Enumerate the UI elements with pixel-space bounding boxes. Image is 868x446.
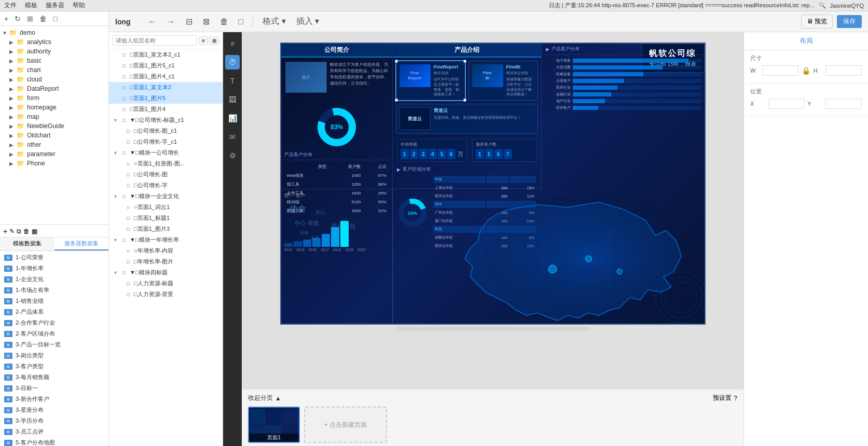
layer-page1-wordcloud[interactable]: ○ ○页面1_词云1 [109,202,223,213]
dataset-item-2[interactable]: ≋1-年增长率 [0,263,108,274]
search-icon[interactable]: 🔍 [819,2,826,9]
folder-other[interactable]: ▶ 📁 other [0,140,108,149]
dataset-item-6[interactable]: ≋2-产品体系 [0,306,108,317]
height-input[interactable] [825,65,862,76]
dataset-item-11[interactable]: ≋3-客户类型 [0,361,108,372]
insert-button[interactable]: 插入 ▾ [293,15,322,29]
group-layer-button[interactable]: ▦ [32,228,37,235]
x-input[interactable] [768,99,805,109]
layer-hr-bg[interactable]: □ □人力资源-背景 [109,289,223,300]
folder-demo[interactable]: ▼ 📁 demo [0,28,108,37]
layer-img4-c1[interactable]: □ □页面1_图片4_c1 [109,71,223,82]
layer-page1-label1[interactable]: □ □页面1_标题1 [109,213,223,224]
folder-homepage[interactable]: ▶ 📁 homepage [0,103,108,112]
dataset-item-9[interactable]: ≋3-产品一目标一览 [0,339,108,350]
page-thumb-1[interactable]: 页面1 [248,407,300,443]
y-input[interactable] [825,99,862,109]
folder-datareport[interactable]: ▶ 📁 DataReport [0,84,108,93]
dataset-item-13[interactable]: ≋3-目标一 [0,383,108,394]
width-input[interactable] [762,65,798,76]
menu-template[interactable]: 模板 [25,1,37,10]
refresh-button[interactable]: ↻ [12,13,23,24]
format-button[interactable]: 格式 ▾ [259,15,288,29]
side-icon-text[interactable]: T [225,74,240,88]
delete-layer-button[interactable]: 🗑 [23,228,30,235]
dataset-item-12[interactable]: ≋3-每月销售额 [0,372,108,383]
cut-canvas-button[interactable]: ⊠ [200,15,213,28]
handle-br[interactable] [463,99,466,102]
sidebar-delete-button[interactable]: 🗑 [37,13,49,24]
layer-company-growth-word2[interactable]: □ □公司增长-字 [109,180,223,191]
side-icon-clock[interactable]: ⏱ [225,55,240,69]
canvas-scrollbar[interactable] [396,327,589,331]
side-icon-layers[interactable]: ≡ [225,36,240,51]
folder-newbieguide[interactable]: ▶ 📁 NewbieGuide [0,121,108,131]
folder-form[interactable]: ▶ 📁 form [0,93,108,103]
dataset-item-10[interactable]: ≋3-岗位类型 [0,350,108,361]
add-page-button[interactable]: + 点击新建页面 [304,407,387,443]
edit-layer-button[interactable]: ✎ [9,228,15,235]
dataset-item-16[interactable]: ≋3-学历分布 [0,415,108,426]
layer-module-four-title[interactable]: ▼ □ ▼□模块四标题 [109,267,223,278]
tab-server-dataset[interactable]: 服务器数据集 [54,238,109,250]
folder-analytics[interactable]: ▶ 📁 analytics [0,37,108,47]
menu-server[interactable]: 服务器 [46,1,64,10]
dataset-item-4[interactable]: ≋1-市场占有率 [0,285,108,296]
layers-search-input[interactable] [112,35,197,46]
preset-question-icon[interactable]: ? [734,395,737,402]
dataset-item-3[interactable]: ≋1-企业文化 [0,274,108,285]
side-icon-mail[interactable]: ✉ [225,130,240,144]
sidebar-more-button[interactable]: □ [51,13,59,24]
view-grid-button[interactable]: ⊞ [209,36,219,45]
layer-module-company-growth[interactable]: ▼ □ ▼□模块一公司增长 [109,147,223,158]
folder-map[interactable]: ▶ 📁 map [0,112,108,121]
side-icon-image[interactable]: 🖼 [225,92,240,107]
layer-annual-growth-img[interactable]: □ □年增长率-图片 [109,256,223,267]
folder-basic[interactable]: ▶ 📁 basic [0,56,108,65]
redo-button[interactable]: → [164,16,178,28]
dataset-item-7[interactable]: ≋2-合作客户行业 [0,317,108,328]
layer-richtext2-c1[interactable]: □ □页面1_富文本2_c1 [109,49,223,60]
layer-module-enterprise[interactable]: ▼ □ ▼□模块一企业文化 [109,191,223,202]
folder-chart[interactable]: ▶ 📁 chart [0,65,108,75]
menu-help[interactable]: 帮助 [73,1,85,10]
dataset-item-17[interactable]: ≋3-员工点评 [0,426,108,437]
sidebar-grid-button[interactable]: ⊞ [25,13,35,24]
handle-bl[interactable] [395,99,398,102]
new-file-button[interactable]: + [2,13,10,24]
layer-richtext2[interactable]: □ □页面1_富文本2 [109,82,223,93]
layer-page1-bar[interactable]: ○ ○页面1_柱形图-图... [109,158,223,169]
layer-img5[interactable]: □ □页面1_图片5 [109,93,223,104]
lock-icon[interactable]: 🔒 [802,66,810,75]
layer-page1-img3[interactable]: □ □页面1_图片3 [109,224,223,234]
dataset-item-8[interactable]: ≋2-客户区域分布 [0,328,108,339]
tab-template-dataset[interactable]: 模板数据集 [0,238,54,250]
undo-button[interactable]: ← [145,16,160,28]
canvas-area[interactable]: 帆软公司综 专注BI 15年，报表 公司简介 图片 帆软成 [242,32,743,389]
collapse-button[interactable]: 收起分页 ▲ [248,394,281,402]
add-layer-button[interactable]: + [3,227,7,235]
save-button[interactable]: 保存 [837,15,862,28]
layer-hr-label[interactable]: □ □人力资源-标题 [109,278,223,289]
layer-module-annual-growth[interactable]: ▼ □ ▼□模块一年增长率 [109,234,223,245]
folder-oldchart[interactable]: ▶ 📁 Oldchart [0,131,108,140]
preview-button[interactable]: 🖥 预览 [801,15,833,29]
layer-company-growth-word-c1[interactable]: □ □公司增长-字_c1 [109,136,223,147]
layer-img4[interactable]: □ □页面1_图片4 [109,104,223,115]
folder-phone[interactable]: ▶ 📁 Phone [0,159,108,168]
copy-layer-button[interactable]: ⧉ [17,228,21,235]
dataset-item-5[interactable]: ≋1-销售业绩 [0,296,108,306]
delete-canvas-button[interactable]: 🗑 [217,16,231,28]
layer-company-growth-fig2[interactable]: □ □公司增长-图 [109,169,223,180]
side-icon-chart[interactable]: 📊 [225,111,240,126]
menu-file[interactable]: 文件 [4,1,17,10]
handle-tl[interactable] [395,60,398,63]
copy-canvas-button[interactable]: ⊟ [183,15,196,28]
layer-img5-c1[interactable]: □ □页面1_图片5_c1 [109,60,223,71]
dataset-item-14[interactable]: ≋3-新合作客户 [0,394,108,405]
handle-tr[interactable] [463,60,466,63]
layer-annual-growth-content[interactable]: ○ ○年增长率-内容 [109,245,223,256]
layer-company-growth-fig-c1[interactable]: □ □公司增长-图_c1 [109,126,223,136]
dataset-item-1[interactable]: ≋1-公司荣誉 [0,252,108,263]
side-icon-settings[interactable]: ⚙ [225,148,240,163]
